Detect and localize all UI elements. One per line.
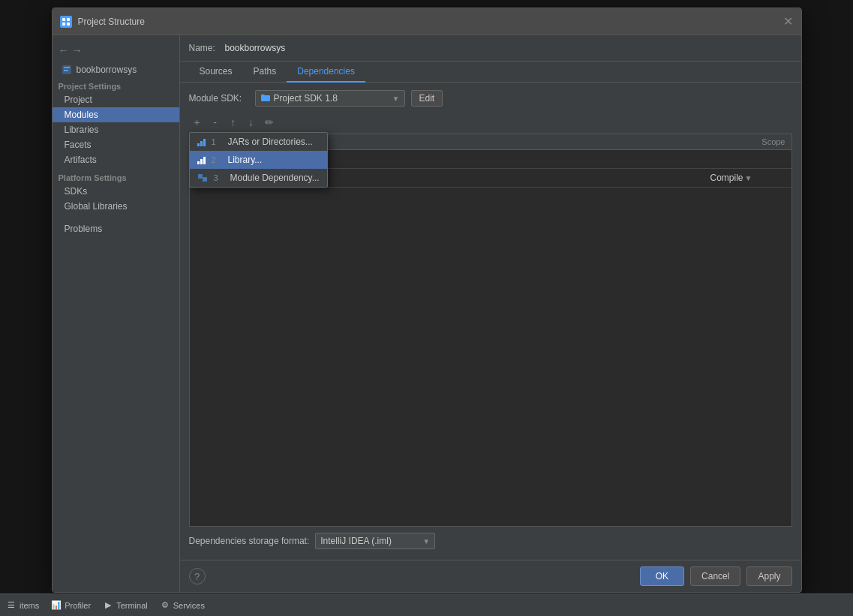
move-up-button[interactable]: ↑ — [225, 114, 242, 131]
sdk-select-arrow: ▼ — [392, 95, 400, 103]
profiler-icon: 📊 — [51, 600, 62, 611]
storage-row: Dependencies storage format: IntelliJ ID… — [189, 527, 792, 552]
dialog-body: ← → bookborrowsys Project Settings — [53, 35, 801, 592]
scope-arrow-2: ▼ — [745, 174, 752, 182]
profiler-label: Profiler — [65, 601, 91, 610]
taskbar-services[interactable]: ⚙ Services — [160, 600, 205, 611]
items-label: items — [20, 601, 39, 610]
move-down-button[interactable]: ↓ — [243, 114, 260, 131]
scope-select-2[interactable]: Compile ▼ — [710, 173, 785, 183]
tab-dependencies[interactable]: Dependencies — [287, 62, 365, 83]
svg-rect-3 — [67, 23, 70, 26]
dialog-footer: ? OK Cancel Apply — [180, 560, 801, 592]
terminal-icon: ▶ — [103, 600, 113, 611]
sdk-row: Module SDK: Project SDK 1.8 ▼ Edit — [189, 90, 792, 107]
tabs-bar: Sources Paths Dependencies — [180, 62, 801, 83]
forward-arrow[interactable]: → — [72, 44, 83, 56]
sidebar-item-libraries[interactable]: Libraries — [53, 122, 179, 137]
platform-settings-header: Platform Settings — [53, 167, 179, 184]
close-button[interactable]: ✕ — [783, 17, 794, 27]
sidebar-item-global-libraries[interactable]: Global Libraries — [53, 199, 179, 214]
sdk-select[interactable]: Project SDK 1.8 ▼ — [255, 90, 405, 107]
dialog-overlay: Project Structure ✕ ← → bo — [0, 0, 853, 593]
taskbar-terminal[interactable]: ▶ Terminal — [103, 600, 148, 611]
project-structure-dialog: Project Structure ✕ ← → bo — [52, 8, 802, 593]
dependencies-content: Module SDK: Project SDK 1.8 ▼ Edit — [180, 83, 801, 560]
services-label: Services — [173, 601, 205, 610]
sidebar-item-problems[interactable]: Problems — [53, 221, 179, 236]
sdk-label: Module SDK: — [189, 93, 249, 104]
name-label: Name: — [189, 43, 219, 53]
jars-icon — [197, 137, 206, 146]
apply-button[interactable]: Apply — [746, 566, 791, 586]
sidebar-item-modules[interactable]: Modules — [53, 107, 179, 122]
taskbar-profiler[interactable]: 📊 Profiler — [51, 600, 91, 611]
sdk-folder-icon — [260, 93, 271, 104]
back-arrow[interactable]: ← — [59, 44, 69, 56]
add-dropdown-menu: 1 JARs or Directories... 2 Libr — [189, 132, 328, 188]
edit-dependency-button[interactable]: ✏ — [261, 114, 278, 131]
sdk-select-text: Project SDK 1.8 — [274, 93, 389, 104]
services-icon: ⚙ — [160, 600, 170, 611]
problems-header — [53, 214, 179, 221]
svg-rect-5 — [64, 67, 70, 68]
dependencies-table: Scope 1.8 (version 1.8.0_191) — [189, 134, 792, 527]
svg-rect-6 — [64, 70, 68, 71]
svg-rect-2 — [62, 23, 65, 26]
add-dependency-button[interactable]: + — [189, 114, 206, 131]
storage-label: Dependencies storage format: — [189, 536, 310, 546]
storage-select[interactable]: IntelliJ IDEA (.iml) ▼ — [315, 533, 435, 549]
project-settings-header: Project Settings — [53, 77, 179, 92]
ok-button[interactable]: OK — [640, 566, 684, 586]
storage-select-text: IntelliJ IDEA (.iml) — [320, 536, 419, 546]
edit-sdk-button[interactable]: Edit — [411, 90, 443, 107]
main-content: Name: bookborrowsys Sources Paths Depend… — [180, 35, 801, 592]
svg-rect-0 — [62, 18, 65, 21]
svg-rect-8 — [203, 177, 207, 182]
taskbar: ☰ items 📊 Profiler ▶ Terminal ⚙ Services — [0, 593, 853, 616]
sidebar: ← → bookborrowsys Project Settings — [53, 35, 180, 592]
sidebar-item-sdks[interactable]: SDKs — [53, 184, 179, 199]
taskbar-items[interactable]: ☰ items — [6, 600, 39, 611]
cancel-button[interactable]: Cancel — [690, 566, 740, 586]
name-row: Name: bookborrowsys — [180, 35, 801, 62]
remove-dependency-button[interactable]: - — [207, 114, 224, 131]
dialog-icon — [60, 16, 72, 28]
sidebar-module-item[interactable]: bookborrowsys — [53, 62, 179, 77]
sidebar-item-artifacts[interactable]: Artifacts — [53, 152, 179, 167]
sidebar-item-facets[interactable]: Facets — [53, 137, 179, 152]
storage-select-arrow: ▼ — [422, 537, 430, 545]
svg-rect-7 — [198, 174, 203, 179]
dropdown-jars-item[interactable]: 1 JARs or Directories... — [190, 133, 327, 151]
dropdown-module-dep-item[interactable]: 3 Module Dependency... — [190, 169, 327, 187]
deps-toolbar: + - ↑ ↓ ✏ — [189, 114, 792, 131]
dropdown-library-item[interactable]: 2 Library... — [190, 151, 327, 169]
items-icon: ☰ — [6, 600, 17, 611]
name-value: bookborrowsys — [225, 43, 792, 53]
nav-arrows: ← → — [53, 41, 179, 62]
scope-value-2: Compile — [710, 173, 743, 183]
tab-sources[interactable]: Sources — [189, 62, 243, 83]
title-bar: Project Structure ✕ — [53, 8, 801, 35]
library-icon — [197, 155, 206, 164]
sidebar-item-project[interactable]: Project — [53, 92, 179, 107]
svg-rect-1 — [67, 18, 70, 21]
module-icon — [62, 65, 72, 75]
tab-paths[interactable]: Paths — [243, 62, 287, 83]
sidebar-module-name: bookborrowsys — [77, 65, 137, 75]
help-button[interactable]: ? — [189, 568, 206, 584]
dialog-title: Project Structure — [78, 17, 777, 27]
terminal-label: Terminal — [116, 601, 148, 610]
module-dep-icon — [197, 173, 208, 182]
scope-header: Scope — [695, 137, 785, 146]
